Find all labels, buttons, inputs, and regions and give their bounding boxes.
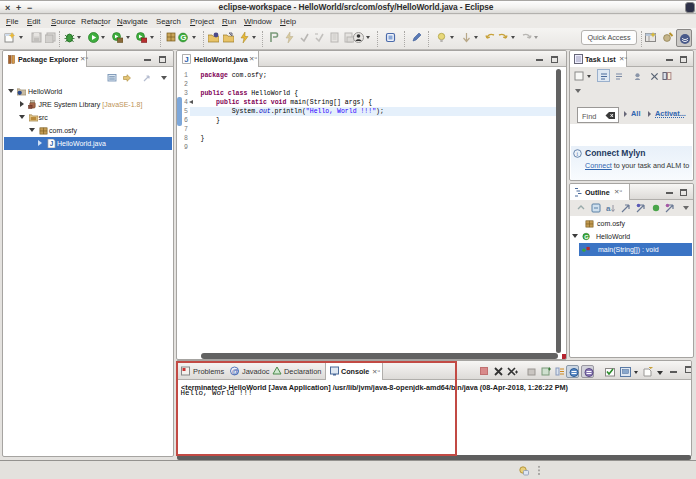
svg-text:a: a [606, 204, 611, 213]
svg-text:J: J [50, 140, 54, 147]
svg-text:G: G [584, 234, 589, 240]
svg-text:J: J [184, 55, 188, 64]
svg-text:G: G [180, 33, 186, 42]
svg-text:i: i [576, 151, 578, 157]
